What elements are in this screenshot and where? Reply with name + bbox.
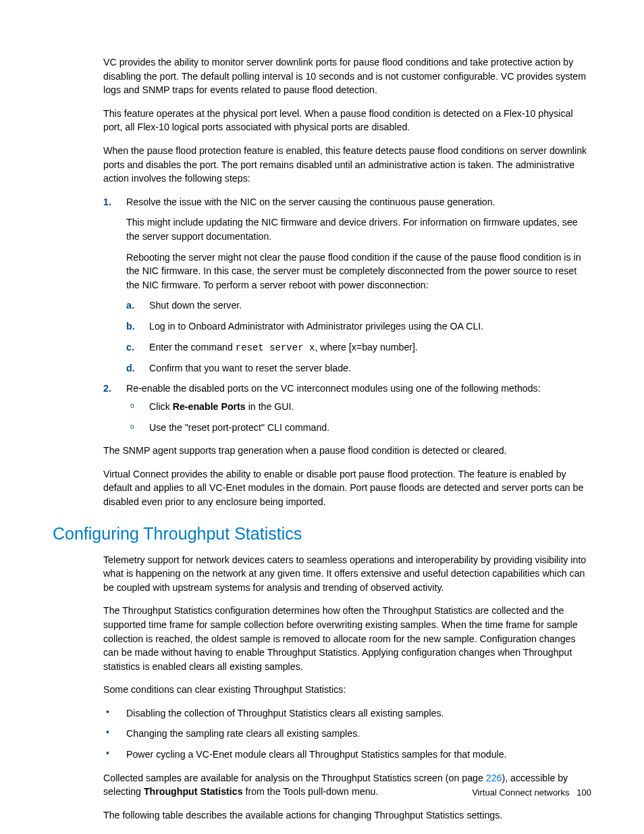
paragraph: This might include updating the NIC firm… [126, 215, 591, 243]
text: Click [149, 401, 173, 412]
list-marker: a. [126, 298, 144, 313]
list-item-text: Power cycling a VC-Enet module clears al… [126, 749, 507, 760]
paragraph: VC provides the ability to monitor serve… [53, 55, 591, 97]
list-item-text: Resolve the issue with the NIC on the se… [126, 197, 495, 207]
document-page: VC provides the ability to monitor serve… [0, 0, 644, 834]
paragraph: Telemetry support for network devices ca… [53, 553, 591, 595]
list-item: • Disabling the collection of Throughput… [103, 706, 591, 721]
footer-page-number: 100 [576, 787, 591, 798]
paragraph: Rebooting the server might not clear the… [126, 251, 591, 292]
list-marker: 1. [103, 195, 121, 209]
paragraph: The following table describes the availa… [53, 808, 591, 823]
text: , where [x=bay number]. [315, 342, 418, 353]
list-item: 2. Re-enable the disabled ports on the V… [103, 382, 591, 434]
list-item: b. Log in to Onboard Administrator with … [126, 319, 591, 334]
list-item: d. Confirm that you want to reset the se… [126, 361, 591, 375]
list-item-text: Re-enable the disabled ports on the VC i… [126, 383, 541, 394]
list-item-text: Use the "reset port-protect" CLI command… [149, 422, 329, 433]
list-marker: 2. [103, 382, 121, 396]
list-item-text: Enter the command reset server x, where … [149, 342, 418, 353]
list-item: c. Enter the command reset server x, whe… [126, 340, 591, 355]
paragraph: Virtual Connect provides the ability to … [53, 467, 591, 509]
list-item: o Use the "reset port-protect" CLI comma… [126, 421, 591, 435]
paragraph: When the pause flood protection feature … [53, 144, 591, 186]
list-item-text: Changing the sampling rate clears all ex… [126, 728, 360, 739]
list-marker: c. [126, 340, 144, 355]
paragraph: This feature operates at the physical po… [53, 107, 591, 134]
list-item-text: Click Re-enable Ports in the GUI. [149, 401, 294, 412]
page-reference-link[interactable]: 226 [486, 773, 502, 783]
text: from the Tools pull-down menu. [243, 786, 379, 797]
bullet-marker-icon: • [106, 748, 109, 759]
circle-marker-icon: o [130, 401, 134, 411]
bullet-list: • Disabling the collection of Throughput… [53, 706, 591, 762]
footer-section-title: Virtual Connect networks [472, 787, 569, 798]
paragraph: The Throughput Statistics configuration … [53, 604, 591, 673]
lettered-list: a. Shut down the server. b. Log in to On… [126, 298, 591, 375]
text: in the GUI. [246, 401, 294, 412]
list-marker: d. [126, 361, 144, 375]
list-item: • Power cycling a VC-Enet module clears … [103, 748, 591, 762]
code-text: reset server x [236, 342, 315, 353]
bold-text: Throughput Statistics [144, 786, 243, 797]
list-marker: b. [126, 319, 144, 334]
paragraph: The SNMP agent supports trap generation … [53, 444, 591, 458]
bullet-marker-icon: • [106, 727, 109, 738]
list-item: o Click Re-enable Ports in the GUI. [126, 400, 591, 414]
list-item-text: Disabling the collection of Throughput S… [126, 708, 444, 719]
list-item-text: Confirm that you want to reset the serve… [149, 363, 351, 373]
text: Collected samples are available for anal… [103, 773, 486, 783]
list-item: 1. Resolve the issue with the NIC on the… [103, 195, 591, 375]
list-item-text: Shut down the server. [149, 300, 242, 311]
circle-list: o Click Re-enable Ports in the GUI. o Us… [126, 400, 591, 434]
bold-text: Re-enable Ports [173, 401, 246, 412]
section-heading: Configuring Throughput Statistics [53, 524, 591, 544]
paragraph: Some conditions can clear existing Throu… [53, 683, 591, 697]
circle-marker-icon: o [130, 422, 134, 432]
list-item: • Changing the sampling rate clears all … [103, 727, 591, 741]
text: Enter the command [149, 342, 236, 353]
list-item: a. Shut down the server. [126, 298, 591, 313]
page-footer: Virtual Connect networks 100 [472, 787, 591, 798]
numbered-list: 1. Resolve the issue with the NIC on the… [53, 195, 591, 434]
list-item-text: Log in to Onboard Administrator with Adm… [149, 321, 483, 332]
bullet-marker-icon: • [106, 706, 109, 718]
